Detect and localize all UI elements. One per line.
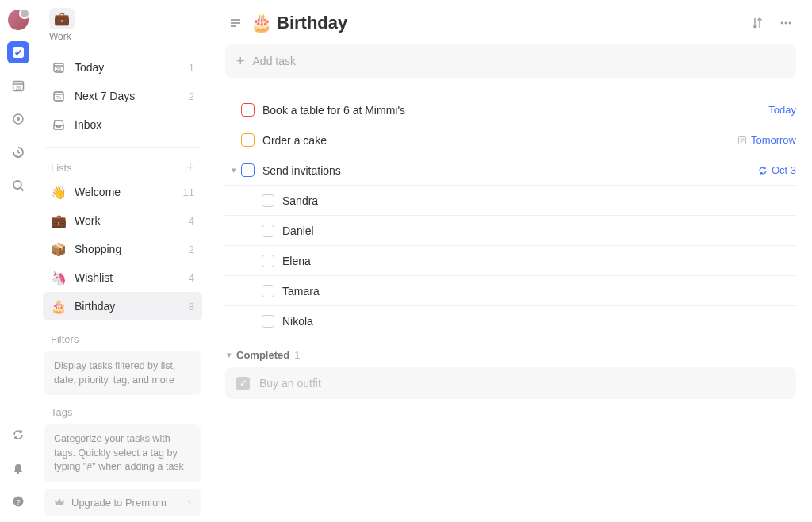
- task-row[interactable]: Book a table for 6 at Mimmi'sToday: [225, 95, 796, 125]
- lists-header-label: Lists: [51, 162, 72, 174]
- add-list-icon[interactable]: +: [186, 160, 194, 175]
- subtask-title: Nikola: [282, 315, 796, 328]
- nav-today[interactable]: 26Today1: [43, 53, 202, 82]
- list-emoji: 👋: [51, 185, 67, 200]
- subtask-checkbox[interactable]: [262, 255, 274, 267]
- svg-text:26: 26: [16, 86, 21, 90]
- filters-header-label: Filters: [51, 333, 79, 345]
- page-header: 🎂 Birthday: [225, 13, 796, 33]
- task-meta: Oct 3: [758, 164, 796, 176]
- completed-header[interactable]: ▾ Completed 1: [225, 349, 796, 361]
- sort-icon[interactable]: [747, 13, 768, 33]
- tags-hint[interactable]: Categorize your tasks with tags. Quickly…: [44, 424, 201, 482]
- inbox-icon: [51, 118, 67, 131]
- subtask-row[interactable]: Elena: [225, 246, 796, 276]
- rail-help-icon[interactable]: ?: [7, 490, 29, 512]
- task-row[interactable]: Order a cakeTomorrow: [225, 125, 796, 155]
- list-emoji: 🦄: [51, 271, 67, 286]
- svg-point-20: [781, 22, 783, 25]
- list-label: Work: [75, 214, 189, 227]
- expand-icon[interactable]: ▾: [227, 165, 241, 175]
- filters-hint[interactable]: Display tasks filtered by list, date, pr…: [44, 351, 201, 395]
- nav-label: Next 7 Days: [75, 90, 189, 102]
- rail-clock-icon[interactable]: [7, 141, 29, 163]
- chevron-right-icon: ›: [188, 497, 191, 509]
- avatar[interactable]: [8, 10, 29, 30]
- task-date: Oct 3: [772, 164, 796, 176]
- upgrade-button[interactable]: Upgrade to Premium ›: [44, 489, 201, 516]
- list-work[interactable]: 💼Work4: [43, 206, 202, 235]
- toggle-sidebar-icon[interactable]: [228, 16, 243, 30]
- svg-text:7n: 7n: [56, 95, 61, 100]
- page-title: 🎂 Birthday: [251, 13, 347, 33]
- filters-header: Filters: [43, 328, 202, 348]
- done-checkbox[interactable]: ✓: [236, 377, 250, 390]
- list-count: 4: [189, 215, 194, 227]
- subtask-row[interactable]: Sandra: [225, 186, 796, 216]
- task-meta: Tomorrow: [737, 134, 796, 146]
- subtask-title: Elena: [282, 255, 796, 267]
- list-count: 2: [189, 244, 194, 255]
- subtask-checkbox[interactable]: [262, 194, 274, 207]
- nav-inbox[interactable]: Inbox: [43, 110, 202, 139]
- svg-point-22: [789, 22, 791, 25]
- list-count: 8: [189, 301, 194, 313]
- rail-bell-icon[interactable]: [7, 457, 29, 479]
- page-emoji: 🎂: [251, 13, 272, 33]
- subtask-checkbox[interactable]: [262, 225, 274, 237]
- nav-label: Today: [75, 61, 189, 74]
- list-label: Shopping: [75, 243, 189, 255]
- svg-point-6: [13, 181, 21, 189]
- list-emoji: 💼: [51, 213, 67, 228]
- rail-target-icon[interactable]: [7, 108, 29, 130]
- task-meta: Today: [768, 104, 796, 116]
- subtask-title: Sandra: [282, 194, 796, 207]
- list-birthday[interactable]: 🎂Birthday8: [43, 292, 202, 320]
- list-label: Welcome: [75, 186, 183, 198]
- subtask-checkbox[interactable]: [262, 285, 274, 297]
- page-title-text: Birthday: [277, 13, 347, 33]
- task-title: Book a table for 6 at Mimmi's: [262, 104, 768, 117]
- rail-tasks-icon[interactable]: [7, 41, 29, 63]
- svg-line-7: [21, 188, 24, 191]
- task-date: Tomorrow: [751, 134, 796, 146]
- sidebar: 💼 Work 26Today17nNext 7 Days2Inbox Lists…: [36, 0, 209, 522]
- workspace-chip[interactable]: 💼: [49, 8, 75, 29]
- subtask-row[interactable]: Tamara: [225, 276, 796, 306]
- list-count: 11: [183, 186, 194, 198]
- add-task-input[interactable]: + Add task: [225, 44, 796, 78]
- nav-label: Inbox: [75, 118, 194, 131]
- nav-next-7-days[interactable]: 7nNext 7 Days2: [43, 82, 202, 110]
- subtask-row[interactable]: Daniel: [225, 216, 796, 246]
- list-count: 4: [189, 272, 194, 284]
- completed-row[interactable]: ✓Buy an outfit: [225, 367, 796, 399]
- task-title: Send invitations: [262, 164, 758, 177]
- nav-count: 2: [189, 90, 194, 102]
- more-icon[interactable]: [776, 13, 796, 33]
- task-checkbox[interactable]: [241, 163, 255, 177]
- list-label: Wishlist: [75, 271, 189, 284]
- task-row[interactable]: ▾Send invitationsOct 3: [225, 155, 796, 186]
- svg-point-5: [17, 117, 20, 121]
- list-welcome[interactable]: 👋Welcome11: [43, 178, 202, 206]
- main: 🎂 Birthday + Add task Book a table for 6…: [209, 0, 812, 522]
- rail-search-icon[interactable]: [7, 175, 29, 197]
- list-shopping[interactable]: 📦Shopping2: [43, 235, 202, 263]
- task-checkbox[interactable]: [241, 103, 255, 117]
- list-wishlist[interactable]: 🦄Wishlist4: [43, 263, 202, 292]
- tags-header: Tags: [43, 401, 202, 421]
- tags-header-label: Tags: [51, 406, 72, 418]
- plus-icon: +: [236, 53, 245, 70]
- svg-point-21: [785, 22, 787, 25]
- subtask-row[interactable]: Nikola: [225, 306, 796, 336]
- svg-text:26: 26: [56, 67, 62, 71]
- repeat-icon: [758, 166, 768, 175]
- svg-text:?: ?: [16, 498, 20, 506]
- rail-calendar-icon[interactable]: 26: [7, 75, 29, 97]
- subtask-checkbox[interactable]: [262, 315, 274, 328]
- today-icon: 26: [51, 61, 67, 74]
- task-checkbox[interactable]: [241, 133, 255, 147]
- completed-label: Completed: [236, 349, 289, 361]
- rail-sync-icon[interactable]: [7, 424, 29, 446]
- add-task-placeholder: Add task: [253, 55, 296, 67]
